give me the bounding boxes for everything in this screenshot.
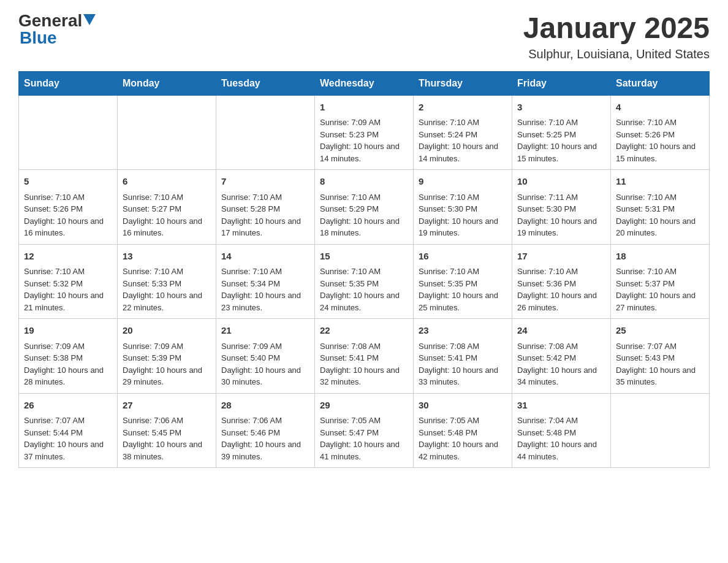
calendar-cell: 24Sunrise: 7:08 AMSunset: 5:42 PMDayligh… [512, 319, 611, 394]
calendar-cell: 28Sunrise: 7:06 AMSunset: 5:46 PMDayligh… [216, 393, 315, 468]
day-info: Sunrise: 7:10 AMSunset: 5:24 PMDaylight:… [419, 117, 507, 164]
day-number: 30 [419, 399, 507, 413]
calendar-cell [19, 95, 118, 170]
weekday-header: Tuesday [216, 71, 315, 95]
day-number: 2 [419, 101, 507, 115]
calendar-cell: 31Sunrise: 7:04 AMSunset: 5:48 PMDayligh… [512, 393, 611, 468]
day-info: Sunrise: 7:09 AMSunset: 5:39 PMDaylight:… [123, 340, 211, 388]
calendar-cell: 1Sunrise: 7:09 AMSunset: 5:23 PMDaylight… [315, 95, 414, 170]
calendar-cell: 3Sunrise: 7:10 AMSunset: 5:25 PMDaylight… [512, 95, 611, 170]
day-number: 10 [517, 175, 605, 189]
day-info: Sunrise: 7:10 AMSunset: 5:26 PMDaylight:… [616, 117, 704, 164]
day-number: 27 [123, 399, 211, 413]
day-info: Sunrise: 7:09 AMSunset: 5:40 PMDaylight:… [221, 340, 309, 388]
day-number: 24 [517, 324, 605, 338]
day-info: Sunrise: 7:05 AMSunset: 5:47 PMDaylight:… [320, 415, 408, 462]
calendar-cell: 2Sunrise: 7:10 AMSunset: 5:24 PMDaylight… [414, 95, 512, 170]
logo: General Blue [18, 12, 96, 47]
calendar-cell: 8Sunrise: 7:10 AMSunset: 5:29 PMDaylight… [315, 170, 414, 245]
calendar-week-row: 26Sunrise: 7:07 AMSunset: 5:44 PMDayligh… [19, 393, 710, 468]
day-info: Sunrise: 7:07 AMSunset: 5:43 PMDaylight:… [616, 340, 704, 388]
calendar-cell: 15Sunrise: 7:10 AMSunset: 5:35 PMDayligh… [315, 244, 414, 319]
day-info: Sunrise: 7:10 AMSunset: 5:37 PMDaylight:… [616, 266, 704, 313]
logo-general-text: General [18, 12, 82, 29]
day-number: 25 [616, 324, 704, 338]
calendar-body: 1Sunrise: 7:09 AMSunset: 5:23 PMDaylight… [19, 95, 710, 468]
calendar-cell: 6Sunrise: 7:10 AMSunset: 5:27 PMDaylight… [118, 170, 216, 245]
calendar-week-row: 12Sunrise: 7:10 AMSunset: 5:32 PMDayligh… [19, 244, 710, 319]
day-number: 31 [517, 399, 605, 413]
calendar-week-row: 1Sunrise: 7:09 AMSunset: 5:23 PMDaylight… [19, 95, 710, 170]
calendar-cell: 21Sunrise: 7:09 AMSunset: 5:40 PMDayligh… [216, 319, 315, 394]
day-info: Sunrise: 7:08 AMSunset: 5:41 PMDaylight:… [320, 340, 408, 388]
calendar-cell: 5Sunrise: 7:10 AMSunset: 5:26 PMDaylight… [19, 170, 118, 245]
day-info: Sunrise: 7:10 AMSunset: 5:33 PMDaylight:… [123, 266, 211, 313]
day-number: 4 [616, 101, 704, 115]
logo-triangle-icon [83, 14, 96, 25]
day-number: 16 [419, 250, 507, 264]
day-number: 12 [24, 250, 112, 264]
day-number: 19 [24, 324, 112, 338]
day-number: 28 [221, 399, 309, 413]
calendar-title: January 2025 [523, 12, 710, 45]
calendar-cell: 18Sunrise: 7:10 AMSunset: 5:37 PMDayligh… [611, 244, 710, 319]
day-number: 21 [221, 324, 309, 338]
weekday-header: Sunday [19, 71, 118, 95]
day-number: 15 [320, 250, 408, 264]
calendar-cell: 30Sunrise: 7:05 AMSunset: 5:48 PMDayligh… [414, 393, 512, 468]
logo-blue-text: Blue [20, 28, 57, 47]
day-info: Sunrise: 7:08 AMSunset: 5:42 PMDaylight:… [517, 340, 605, 388]
day-number: 3 [517, 101, 605, 115]
calendar-cell: 20Sunrise: 7:09 AMSunset: 5:39 PMDayligh… [118, 319, 216, 394]
weekday-header: Thursday [414, 71, 512, 95]
day-number: 1 [320, 101, 408, 115]
day-number: 17 [517, 250, 605, 264]
day-number: 6 [123, 175, 211, 189]
day-info: Sunrise: 7:10 AMSunset: 5:35 PMDaylight:… [320, 266, 408, 313]
day-number: 20 [123, 324, 211, 338]
day-info: Sunrise: 7:09 AMSunset: 5:23 PMDaylight:… [320, 117, 408, 164]
calendar-cell: 9Sunrise: 7:10 AMSunset: 5:30 PMDaylight… [414, 170, 512, 245]
day-info: Sunrise: 7:09 AMSunset: 5:38 PMDaylight:… [24, 340, 112, 388]
day-info: Sunrise: 7:10 AMSunset: 5:25 PMDaylight:… [517, 117, 605, 164]
day-info: Sunrise: 7:05 AMSunset: 5:48 PMDaylight:… [419, 415, 507, 462]
day-number: 5 [24, 175, 112, 189]
calendar-cell: 10Sunrise: 7:11 AMSunset: 5:30 PMDayligh… [512, 170, 611, 245]
day-info: Sunrise: 7:06 AMSunset: 5:46 PMDaylight:… [221, 415, 309, 462]
calendar-cell: 29Sunrise: 7:05 AMSunset: 5:47 PMDayligh… [315, 393, 414, 468]
weekday-header: Saturday [611, 71, 710, 95]
day-number: 9 [419, 175, 507, 189]
calendar-cell: 7Sunrise: 7:10 AMSunset: 5:28 PMDaylight… [216, 170, 315, 245]
calendar-week-row: 19Sunrise: 7:09 AMSunset: 5:38 PMDayligh… [19, 319, 710, 394]
day-info: Sunrise: 7:10 AMSunset: 5:32 PMDaylight:… [24, 266, 112, 313]
day-number: 7 [221, 175, 309, 189]
day-info: Sunrise: 7:10 AMSunset: 5:26 PMDaylight:… [24, 191, 112, 239]
calendar-week-row: 5Sunrise: 7:10 AMSunset: 5:26 PMDaylight… [19, 170, 710, 245]
calendar-cell: 25Sunrise: 7:07 AMSunset: 5:43 PMDayligh… [611, 319, 710, 394]
calendar-cell: 19Sunrise: 7:09 AMSunset: 5:38 PMDayligh… [19, 319, 118, 394]
calendar-cell: 12Sunrise: 7:10 AMSunset: 5:32 PMDayligh… [19, 244, 118, 319]
day-number: 11 [616, 175, 704, 189]
calendar-cell: 27Sunrise: 7:06 AMSunset: 5:45 PMDayligh… [118, 393, 216, 468]
calendar-cell: 11Sunrise: 7:10 AMSunset: 5:31 PMDayligh… [611, 170, 710, 245]
day-info: Sunrise: 7:10 AMSunset: 5:27 PMDaylight:… [123, 191, 211, 239]
calendar-cell: 14Sunrise: 7:10 AMSunset: 5:34 PMDayligh… [216, 244, 315, 319]
calendar-cell [118, 95, 216, 170]
calendar-cell: 17Sunrise: 7:10 AMSunset: 5:36 PMDayligh… [512, 244, 611, 319]
calendar-header: SundayMondayTuesdayWednesdayThursdayFrid… [19, 71, 710, 95]
calendar-cell: 26Sunrise: 7:07 AMSunset: 5:44 PMDayligh… [19, 393, 118, 468]
page-header: General Blue January 2025 Sulphur, Louis… [18, 12, 710, 61]
calendar-cell: 13Sunrise: 7:10 AMSunset: 5:33 PMDayligh… [118, 244, 216, 319]
day-number: 18 [616, 250, 704, 264]
day-info: Sunrise: 7:08 AMSunset: 5:41 PMDaylight:… [419, 340, 507, 388]
day-number: 14 [221, 250, 309, 264]
title-block: January 2025 Sulphur, Louisiana, United … [523, 12, 710, 61]
day-info: Sunrise: 7:10 AMSunset: 5:29 PMDaylight:… [320, 191, 408, 239]
calendar-table: SundayMondayTuesdayWednesdayThursdayFrid… [18, 71, 710, 469]
day-info: Sunrise: 7:11 AMSunset: 5:30 PMDaylight:… [517, 191, 605, 239]
day-info: Sunrise: 7:10 AMSunset: 5:35 PMDaylight:… [419, 266, 507, 313]
weekday-row: SundayMondayTuesdayWednesdayThursdayFrid… [19, 71, 710, 95]
day-info: Sunrise: 7:10 AMSunset: 5:36 PMDaylight:… [517, 266, 605, 313]
day-info: Sunrise: 7:04 AMSunset: 5:48 PMDaylight:… [517, 415, 605, 462]
calendar-cell: 23Sunrise: 7:08 AMSunset: 5:41 PMDayligh… [414, 319, 512, 394]
